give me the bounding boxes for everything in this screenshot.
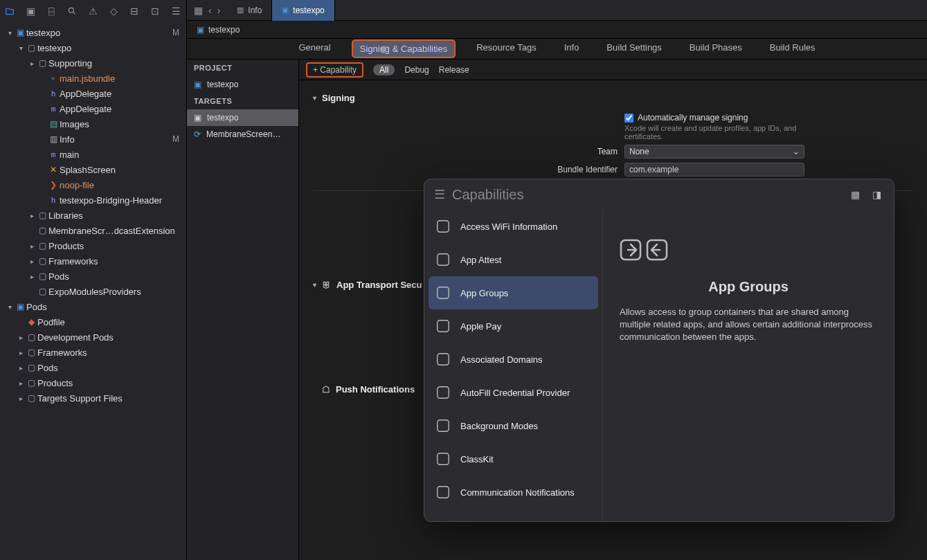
tree-item[interactable]: ▸▢Frameworks bbox=[0, 253, 186, 269]
disclosure-icon[interactable]: ▸ bbox=[17, 379, 25, 387]
find-navigator-icon[interactable] bbox=[66, 6, 78, 17]
capability-item[interactable]: App Attest bbox=[424, 243, 602, 276]
tree-item[interactable]: mAppDelegate bbox=[0, 101, 186, 116]
disclosure-icon[interactable]: ▸ bbox=[17, 334, 25, 341]
target-row[interactable]: ▣testexpo bbox=[187, 109, 298, 126]
tree-item[interactable]: ▸▢Frameworks bbox=[0, 345, 186, 360]
file-icon: ▥ bbox=[47, 134, 60, 144]
editor-tab[interactable]: ▥Info bbox=[227, 0, 272, 21]
capability-item[interactable]: App Groups bbox=[429, 276, 598, 309]
filter-tab[interactable]: Release bbox=[439, 65, 469, 75]
disclosure-icon[interactable]: ▾ bbox=[17, 44, 25, 52]
editor-tab[interactable]: ▣testexpo bbox=[272, 0, 334, 21]
project-tab[interactable]: Info bbox=[557, 39, 586, 58]
project-tab[interactable]: Build Rules bbox=[763, 39, 822, 58]
tree-item[interactable]: ▸▢Supporting bbox=[0, 55, 186, 71]
disclosure-icon[interactable]: ▸ bbox=[28, 212, 36, 219]
issues-navigator-icon[interactable]: ⚠ bbox=[87, 6, 98, 17]
debug-navigator-icon[interactable]: ⊟ bbox=[129, 6, 140, 17]
capability-item[interactable]: Background Modes bbox=[424, 409, 602, 442]
disclosure-icon[interactable]: ▸ bbox=[28, 258, 36, 265]
svg-rect-9 bbox=[438, 487, 449, 498]
capability-list[interactable]: Access WiFi InformationApp AttestApp Gro… bbox=[424, 210, 603, 521]
tree-item[interactable]: ◆Podfile bbox=[0, 314, 186, 329]
disclosure-icon[interactable]: ▸ bbox=[17, 395, 25, 402]
project-tab[interactable]: Resource Tags bbox=[469, 39, 543, 58]
filter-tab[interactable]: Debug bbox=[404, 65, 429, 75]
source-control-navigator-icon[interactable]: ▣ bbox=[25, 6, 36, 17]
tree-item[interactable]: ▸▢Pods bbox=[0, 360, 186, 375]
disclosure-icon[interactable]: ▸ bbox=[28, 60, 36, 67]
capability-label: App Groups bbox=[460, 288, 508, 298]
project-row[interactable]: ▣ testexpo bbox=[187, 76, 298, 93]
disclosure-icon[interactable]: ▾ bbox=[6, 303, 14, 311]
disclosure-icon[interactable]: ▾ bbox=[6, 29, 14, 37]
auto-manage-signing-checkbox[interactable]: Automatically manage signing bbox=[624, 113, 913, 123]
tree-item[interactable]: htestexpo-Bridging-Header bbox=[0, 192, 186, 208]
detail-title: App Groups bbox=[620, 279, 877, 295]
project-tab[interactable]: Build Phases bbox=[683, 39, 749, 58]
project-tab[interactable]: General bbox=[291, 39, 337, 58]
svg-rect-7 bbox=[438, 420, 449, 432]
breadcrumb-label: testexpo bbox=[208, 25, 240, 35]
bell-icon: ☖ bbox=[322, 384, 330, 395]
tree-item[interactable]: ▫main.jsbundle bbox=[0, 71, 186, 86]
capability-item[interactable]: Apple Pay bbox=[424, 309, 602, 343]
tree-item[interactable]: ▸▢Products bbox=[0, 375, 186, 390]
tree-item[interactable]: ▾▣Pods bbox=[0, 299, 186, 314]
tree-item[interactable]: ▸▢Pods bbox=[0, 269, 186, 284]
bundle-id-field[interactable] bbox=[624, 163, 804, 177]
tree-item-label: noop-file bbox=[60, 180, 182, 190]
report-navigator-icon[interactable]: ☰ bbox=[170, 6, 181, 17]
tree-item-label: Frameworks bbox=[37, 347, 182, 358]
capability-item[interactable]: Associated Domains bbox=[424, 343, 602, 376]
add-capability-button[interactable]: + Capability bbox=[306, 62, 363, 78]
nav-back-icon[interactable]: ‹ bbox=[208, 5, 212, 16]
breakpoint-navigator-icon[interactable]: ⊡ bbox=[150, 6, 161, 17]
file-icon: m bbox=[47, 150, 60, 159]
tree-item[interactable]: ▢ExpoModulesProviders bbox=[0, 284, 186, 299]
tree-item[interactable]: ▥InfoM bbox=[0, 132, 186, 147]
file-icon: ▫ bbox=[47, 73, 60, 83]
tree-item-label: AppDelegate bbox=[60, 104, 182, 114]
split-view-icon[interactable]: ◨ bbox=[870, 188, 884, 201]
disclosure-icon[interactable]: ▸ bbox=[17, 364, 25, 372]
tree-item[interactable]: mmain bbox=[0, 147, 186, 162]
project-navigator-icon[interactable] bbox=[4, 6, 15, 17]
capability-item[interactable]: Access WiFi Information bbox=[424, 210, 602, 243]
target-row[interactable]: ⟳MembraneScreen… bbox=[187, 126, 298, 143]
symbol-navigator-icon[interactable]: ⌸ bbox=[46, 6, 57, 17]
tree-item[interactable]: ▸▢Products bbox=[0, 238, 186, 253]
tree-item[interactable]: ▢MembraneScr…dcastExtension bbox=[0, 223, 186, 238]
capability-item[interactable]: Communication Notifications bbox=[424, 476, 602, 509]
tree-item[interactable]: ▾▢testexpo bbox=[0, 40, 186, 55]
capability-item[interactable]: ClassKit bbox=[424, 442, 602, 476]
team-select[interactable]: None bbox=[624, 145, 804, 159]
tree-item[interactable]: ▤Images bbox=[0, 116, 186, 132]
tree-item[interactable]: ▾▣testexpoM bbox=[0, 25, 186, 40]
grid-view-icon[interactable]: ▦ bbox=[848, 188, 863, 201]
nav-forward-icon[interactable]: › bbox=[217, 5, 221, 16]
tree-item[interactable]: ▸▢Development Pods bbox=[0, 329, 186, 345]
signing-section-header[interactable]: ▾ Signing bbox=[313, 87, 913, 109]
auto-manage-checkbox-input[interactable] bbox=[624, 114, 633, 123]
tree-item[interactable]: ▸▢Targets Support Files bbox=[0, 390, 186, 406]
filter-tab[interactable]: All bbox=[373, 64, 395, 75]
tree-item[interactable]: ✕SplashScreen bbox=[0, 162, 186, 177]
tree-item-label: ExpoModulesProviders bbox=[48, 287, 182, 297]
list-mode-icon[interactable]: ☰ bbox=[434, 187, 445, 202]
panel-toggle-icon[interactable]: ◧ bbox=[381, 44, 389, 54]
breadcrumb[interactable]: ▣ testexpo bbox=[187, 21, 927, 39]
tree-item[interactable]: ▸▢Libraries bbox=[0, 208, 186, 223]
project-tab[interactable]: Build Settings bbox=[600, 39, 669, 58]
test-navigator-icon[interactable]: ◇ bbox=[108, 6, 119, 17]
disclosure-icon[interactable]: ▸ bbox=[28, 273, 36, 280]
disclosure-icon[interactable]: ▸ bbox=[28, 242, 36, 250]
tab-label: Info bbox=[248, 6, 262, 15]
tree-item[interactable]: hAppDelegate bbox=[0, 86, 186, 101]
tree-item[interactable]: ❯noop-file bbox=[0, 177, 186, 192]
disclosure-icon[interactable]: ▸ bbox=[17, 349, 25, 356]
related-items-icon[interactable]: ▦ bbox=[194, 5, 203, 16]
capability-item[interactable]: AutoFill Credential Provider bbox=[424, 376, 602, 409]
project-tab[interactable]: Signing & Capabilities bbox=[352, 39, 456, 58]
